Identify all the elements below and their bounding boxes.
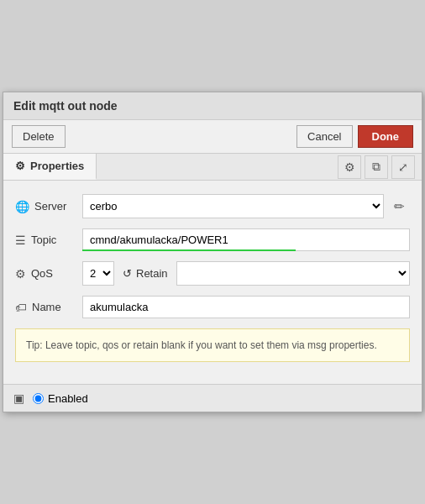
topic-input[interactable] bbox=[82, 228, 410, 251]
enabled-label-text: Enabled bbox=[48, 392, 88, 405]
settings-icon-button[interactable]: ⚙ bbox=[338, 155, 361, 179]
form-body: 🌐 Server cerbo ✏ ☰ Topic bbox=[3, 181, 422, 384]
qos-label: ⚙ QoS bbox=[15, 267, 82, 281]
name-label: 🏷 Name bbox=[15, 301, 82, 314]
server-control: cerbo ✏ bbox=[82, 194, 410, 218]
retain-icon: ↺ bbox=[123, 267, 132, 280]
server-row: 🌐 Server cerbo ✏ bbox=[15, 194, 410, 218]
name-row: 🏷 Name bbox=[15, 296, 410, 318]
dialog-title: Edit mqtt out node bbox=[3, 92, 422, 120]
name-control bbox=[82, 296, 410, 318]
server-label-text: Server bbox=[34, 200, 66, 213]
topic-label: ☰ Topic bbox=[15, 234, 82, 247]
topic-control bbox=[82, 228, 410, 251]
retain-label: ↺ Retain bbox=[123, 267, 168, 280]
qos-select[interactable]: 0 1 2 bbox=[82, 261, 114, 286]
tip-box: Tip: Leave topic, qos or retain blank if… bbox=[15, 328, 410, 362]
server-edit-button[interactable]: ✏ bbox=[389, 197, 410, 216]
topic-row: ☰ Topic bbox=[15, 228, 410, 251]
retain-label-text: Retain bbox=[136, 267, 168, 280]
properties-tab-icon: ⚙ bbox=[15, 160, 25, 172]
tabs-bar: ⚙ Properties ⚙ ⧉ ⤢ bbox=[3, 154, 422, 181]
done-button[interactable]: Done bbox=[358, 125, 414, 148]
cancel-button[interactable]: Cancel bbox=[296, 125, 352, 148]
topic-underline bbox=[82, 249, 296, 251]
topic-label-text: Topic bbox=[31, 234, 56, 246]
copy-icon-button[interactable]: ⧉ bbox=[365, 155, 388, 179]
tab-search-input[interactable] bbox=[97, 155, 331, 178]
name-input[interactable] bbox=[82, 296, 410, 318]
enabled-radio[interactable] bbox=[33, 393, 44, 404]
topic-input-wrap bbox=[82, 228, 410, 251]
qos-row: ⚙ QoS 0 1 2 ↺ Retain true false bbox=[15, 261, 410, 286]
server-select[interactable]: cerbo bbox=[82, 194, 384, 218]
tab-properties[interactable]: ⚙ Properties bbox=[3, 154, 97, 180]
tab-icon-buttons: ⚙ ⧉ ⤢ bbox=[331, 155, 422, 179]
dialog-footer: ▣ Enabled bbox=[3, 384, 422, 412]
export-icon-button[interactable]: ⤢ bbox=[391, 155, 415, 179]
qos-icon: ⚙ bbox=[15, 267, 26, 281]
server-icon: 🌐 bbox=[15, 200, 29, 213]
dialog-toolbar: Delete Cancel Done bbox=[3, 120, 422, 154]
topic-icon: ☰ bbox=[15, 234, 26, 247]
retain-select[interactable]: true false bbox=[176, 261, 410, 286]
name-icon: 🏷 bbox=[15, 301, 27, 314]
footer-icon: ▣ bbox=[13, 391, 24, 405]
dialog: Edit mqtt out node Delete Cancel Done ⚙ … bbox=[3, 92, 422, 412]
properties-tab-label: Properties bbox=[30, 160, 84, 172]
name-label-text: Name bbox=[32, 301, 61, 313]
enabled-label[interactable]: Enabled bbox=[33, 392, 88, 405]
qos-control: 0 1 2 ↺ Retain true false bbox=[82, 261, 410, 286]
server-label: 🌐 Server bbox=[15, 200, 82, 213]
delete-button[interactable]: Delete bbox=[12, 125, 66, 148]
tip-text: Tip: Leave topic, qos or retain blank if… bbox=[26, 339, 377, 351]
qos-label-text: QoS bbox=[31, 267, 53, 280]
